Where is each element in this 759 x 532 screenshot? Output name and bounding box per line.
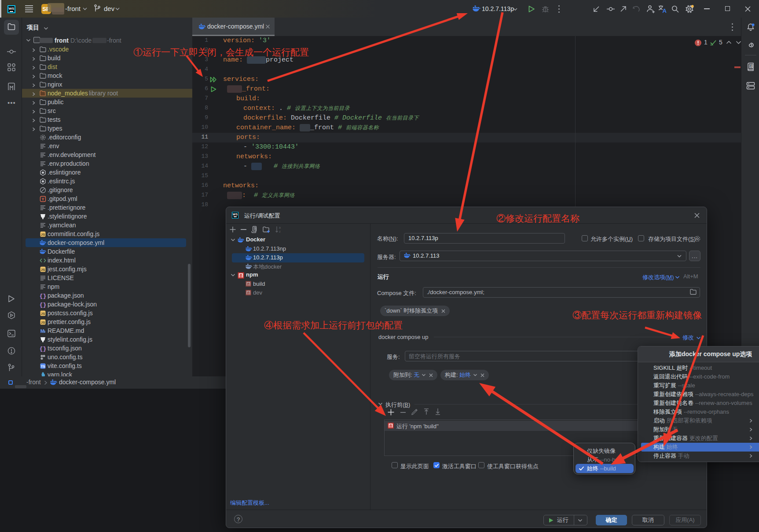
svg-text:A: A	[663, 7, 667, 14]
svg-text:JS: JS	[41, 233, 45, 237]
svg-text:JS: JS	[41, 312, 45, 316]
svg-text:a: a	[279, 226, 281, 229]
svg-text:{}: {}	[40, 302, 46, 308]
svg-text:{}: {}	[40, 346, 46, 352]
svg-text:A: A	[750, 65, 752, 68]
svg-text:JS: JS	[41, 268, 45, 272]
svg-text:TS: TS	[40, 364, 45, 368]
svg-text:z: z	[279, 230, 281, 233]
svg-text:Y: Y	[41, 197, 44, 201]
svg-text:{}: {}	[40, 293, 46, 299]
svg-text:JS: JS	[41, 321, 45, 324]
svg-text:M: M	[40, 328, 44, 334]
